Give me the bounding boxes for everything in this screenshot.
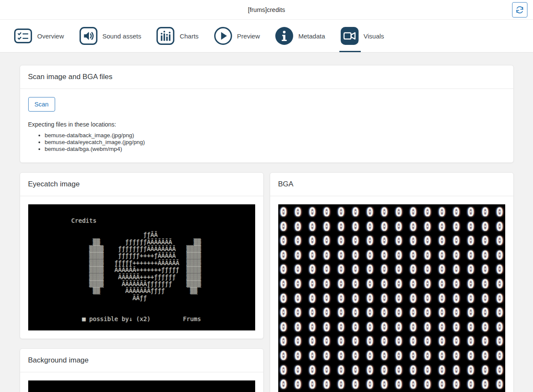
scan-card-title: Scan image and BGA files [20, 65, 513, 89]
eyecatch-image: Credits ƒƒĀĀ ▒▒ ƒƒƒƒƒƒĀĀĀĀĀĀĀ ▒▒ ▒▒▒▒ ƒƒ… [28, 204, 255, 330]
expecting-files-text: Expecting files in these locations: [28, 121, 505, 128]
tab-metadata[interactable]: Metadata [274, 20, 325, 52]
tab-label-preview: Preview [237, 32, 260, 40]
tab-label-overview: Overview [37, 32, 64, 40]
top-bar: [frums]credits [0, 0, 533, 20]
tab-label-sound-assets: Sound assets [103, 32, 141, 40]
eyecatch-ascii-art: Credits ƒƒĀĀ ▒▒ ƒƒƒƒƒƒĀĀĀĀĀĀĀ ▒▒ ▒▒▒▒ ƒƒ… [28, 204, 255, 323]
tab-label-metadata: Metadata [298, 32, 325, 40]
tab-label-charts: Charts [180, 32, 198, 40]
tab-overview[interactable]: Overview [13, 20, 64, 52]
background-card-title: Background image [20, 349, 263, 372]
overview-checklist-icon [13, 26, 33, 46]
page-title: [frums]credits [248, 6, 285, 13]
location-item: bemuse-data/eyecatch_image.(jpg/png) [45, 139, 505, 146]
info-icon [274, 26, 294, 46]
refresh-button[interactable] [512, 2, 527, 18]
bga-video-frame: 0 0 0 0 0 0 0 0 0 0 0 0 0 0 0 0 0 0 0 0 … [278, 204, 505, 392]
background-image-card: Background image [20, 348, 264, 392]
right-column: BGA 0 0 0 0 0 0 0 0 0 0 0 0 0 0 0 0 0 0 … [270, 172, 514, 392]
main-content: Scan image and BGA files Scan Expecting … [0, 53, 533, 392]
scan-button[interactable]: Scan [28, 97, 55, 112]
location-item: bemuse-data/back_image.(jpg/png) [45, 132, 505, 139]
tab-sound-assets[interactable]: Sound assets [78, 20, 141, 52]
eyecatch-card: Eyecatch image Credits ƒƒĀĀ ▒▒ ƒƒƒƒƒƒĀĀĀ… [20, 172, 264, 339]
bar-chart-icon [155, 26, 176, 46]
play-icon [213, 26, 233, 46]
tab-visuals[interactable]: Visuals [339, 20, 384, 52]
tab-label-visuals: Visuals [364, 32, 384, 40]
scan-card: Scan image and BGA files Scan Expecting … [20, 65, 514, 163]
expected-locations-list: bemuse-data/back_image.(jpg/png) bemuse-… [28, 132, 505, 153]
refresh-icon [515, 5, 524, 15]
bga-card: BGA 0 0 0 0 0 0 0 0 0 0 0 0 0 0 0 0 0 0 … [270, 172, 514, 392]
left-column: Eyecatch image Credits ƒƒĀĀ ▒▒ ƒƒƒƒƒƒĀĀĀ… [20, 172, 264, 392]
location-item: bemuse-data/bga.(webm/mp4) [45, 146, 505, 153]
bga-card-title: BGA [270, 173, 513, 196]
eyecatch-card-title: Eyecatch image [20, 173, 263, 196]
speaker-icon [78, 26, 99, 46]
tab-bar: Overview Sound assets [0, 20, 533, 53]
background-image [28, 380, 255, 392]
video-camera-icon [339, 26, 360, 46]
tab-preview[interactable]: Preview [213, 20, 260, 52]
tab-charts[interactable]: Charts [155, 20, 198, 52]
bga-zeros-pattern: 0 0 0 0 0 0 0 0 0 0 0 0 0 0 0 0 0 0 0 0 … [278, 204, 505, 392]
